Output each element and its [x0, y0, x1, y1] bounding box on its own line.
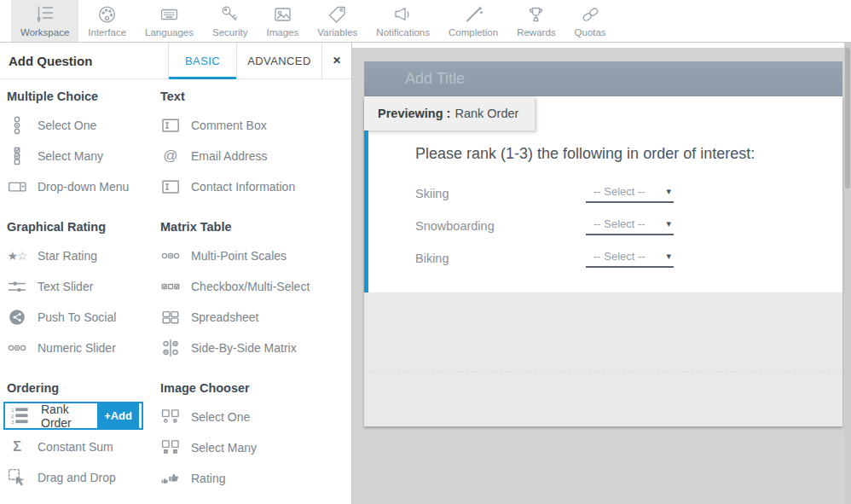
toolbar-item-images[interactable]: Images — [258, 0, 309, 42]
select-value: -- Select -- — [593, 185, 645, 198]
languages-icon — [159, 4, 180, 25]
rank-select-biking[interactable]: -- Select -- ▾ — [586, 250, 674, 268]
toolbar-label: Rewards — [517, 27, 555, 38]
previewing-badge: Previewing : Rank Order — [364, 96, 535, 130]
thumbs-icon — [160, 469, 181, 488]
toolbar-item-completion[interactable]: Completion — [439, 0, 507, 42]
section-title: Ordering — [7, 379, 160, 397]
section-image-chooser: Image Chooser Select One Select Many Rat… — [160, 379, 351, 494]
scrollbar-thumb[interactable] — [845, 48, 850, 188]
select-value: -- Select -- — [593, 250, 645, 263]
toolbar-item-workspace[interactable]: Workspace — [11, 0, 78, 42]
question-type-star-rating[interactable]: ★☆ Star Rating — [7, 240, 160, 271]
rank-row-label: Skiing — [415, 187, 586, 200]
question-type-constant-sum[interactable]: Σ Constant Sum — [7, 432, 160, 462]
question-type-email-address[interactable]: @ Email Address — [160, 141, 351, 171]
image-radio-icon — [160, 408, 181, 426]
tab-advanced[interactable]: ADVANCED — [236, 43, 321, 78]
toolbar-label: Notifications — [376, 27, 430, 38]
sigma-icon: Σ — [7, 437, 27, 456]
question-type-side-by-side-matrix[interactable]: Side-By-Side Matrix — [160, 333, 351, 363]
toolbar-label: Quotas — [575, 27, 606, 38]
completion-icon — [463, 4, 484, 25]
section-multiple-choice: Multiple Choice Select One Select Many D… — [7, 88, 160, 202]
at-icon: @ — [160, 147, 181, 165]
question-type-label: Select Many — [191, 441, 257, 455]
panel-header: Add Question BASIC ADVANCED ✕ — [0, 43, 351, 79]
question-type-comment-box[interactable]: Comment Box — [160, 110, 351, 141]
question-type-label: Drop-down Menu — [38, 180, 129, 194]
question-type-label: Multi-Point Scales — [191, 249, 287, 263]
close-icon[interactable]: ✕ — [321, 43, 351, 78]
question-type-label: Constant Sum — [38, 440, 113, 454]
dropdown-icon — [7, 177, 27, 196]
question-type-label: Text Slider — [38, 280, 93, 293]
rank-row-biking: Biking -- Select -- ▾ — [415, 242, 842, 275]
previewing-value: Rank Order — [454, 107, 518, 120]
question-type-checkbox-multi-select[interactable]: Checkbox/Multi-Select — [160, 271, 351, 302]
question-type-label: Select One — [191, 410, 250, 424]
tab-basic[interactable]: BASIC — [168, 43, 236, 78]
toolbar-item-rewards[interactable]: Rewards — [507, 0, 564, 42]
textbox-cursor-icon — [160, 116, 181, 135]
toolbar-item-security[interactable]: Security — [203, 0, 258, 42]
toolbar-item-quotas[interactable]: Quotas — [565, 0, 616, 42]
toolbar-item-notifications[interactable]: Notifications — [367, 0, 439, 42]
section-title: Multiple Choice — [7, 88, 160, 105]
variables-icon — [327, 4, 348, 25]
question-type-label: Numeric Slider — [38, 341, 116, 355]
question-preview-area: Previewing : Rank Order Please rank (1-3… — [364, 96, 842, 293]
question-type-label: Select Many — [38, 149, 103, 163]
previewing-label: Previewing : — [378, 107, 450, 120]
section-title: Image Chooser — [160, 379, 351, 397]
question-type-spreadsheet[interactable]: Spreadsheet — [160, 302, 351, 333]
panel-title: Add Question — [0, 43, 168, 78]
add-title-input[interactable]: Add Title — [364, 61, 842, 96]
question-type-numeric-slider[interactable]: Numeric Slider — [7, 333, 160, 363]
rank-row-snowboarding: Snowboarding -- Select -- ▾ — [415, 210, 842, 242]
question-type-image-rating[interactable]: Rating — [160, 463, 351, 494]
question-type-label: Spreadsheet — [191, 310, 258, 324]
question-type-list: Multiple Choice Select One Select Many D… — [0, 79, 351, 504]
notifications-icon — [392, 4, 414, 25]
section-title: Graphical Rating — [7, 218, 160, 235]
select-value: -- Select -- — [593, 217, 645, 230]
security-icon — [219, 4, 240, 25]
question-type-label: Rank Order — [41, 403, 97, 430]
chevron-down-icon: ▾ — [666, 251, 671, 262]
question-type-select-many[interactable]: Select Many — [7, 141, 160, 171]
share-icon — [7, 308, 27, 327]
question-type-label: Contact Information — [191, 180, 295, 194]
toolbar-label: Workspace — [20, 27, 69, 38]
quotas-icon — [580, 4, 601, 25]
section-text: Text Comment Box @ Email Address Contact… — [160, 88, 351, 202]
radio-row-icon — [7, 339, 27, 357]
rank-select-snowboarding[interactable]: -- Select -- ▾ — [586, 217, 674, 235]
question-type-text-slider[interactable]: Text Slider — [7, 271, 160, 302]
question-type-select-one[interactable]: Select One — [7, 110, 160, 141]
radio-row-icon — [160, 246, 181, 265]
toolbar-item-languages[interactable]: Languages — [136, 0, 203, 42]
question-type-image-select-one[interactable]: Select One — [160, 402, 351, 432]
question-type-multi-point-scales[interactable]: Multi-Point Scales — [160, 240, 351, 271]
section-title: Text — [160, 88, 351, 105]
question-type-push-to-social[interactable]: Push To Social — [7, 302, 160, 333]
toolbar-label: Security — [212, 27, 248, 38]
vertical-scrollbar[interactable] — [844, 43, 851, 504]
add-button[interactable]: +Add — [97, 403, 139, 428]
images-icon — [272, 4, 293, 25]
question-type-rank-order-selected[interactable]: Rank Order +Add — [3, 402, 143, 430]
rank-select-skiing[interactable]: -- Select -- ▾ — [586, 185, 674, 203]
question-type-label: Select One — [38, 119, 96, 132]
question-type-contact-information[interactable]: Contact Information — [160, 171, 351, 202]
image-checkbox-icon — [160, 438, 181, 457]
question-type-drag-and-drop[interactable]: Drag and Drop — [7, 462, 160, 493]
question-type-image-select-many[interactable]: Select Many — [160, 432, 351, 463]
question-type-dropdown-menu[interactable]: Drop-down Menu — [7, 171, 160, 202]
toolbar-item-variables[interactable]: Variables — [308, 0, 367, 42]
rank-row-skiing: Skiing -- Select -- ▾ — [415, 177, 842, 210]
toolbar-item-interface[interactable]: Interface — [78, 0, 136, 42]
toolbar-label: Interface — [88, 27, 126, 38]
checkbox-row-icon — [160, 277, 181, 296]
toolbar-label: Languages — [145, 27, 194, 38]
